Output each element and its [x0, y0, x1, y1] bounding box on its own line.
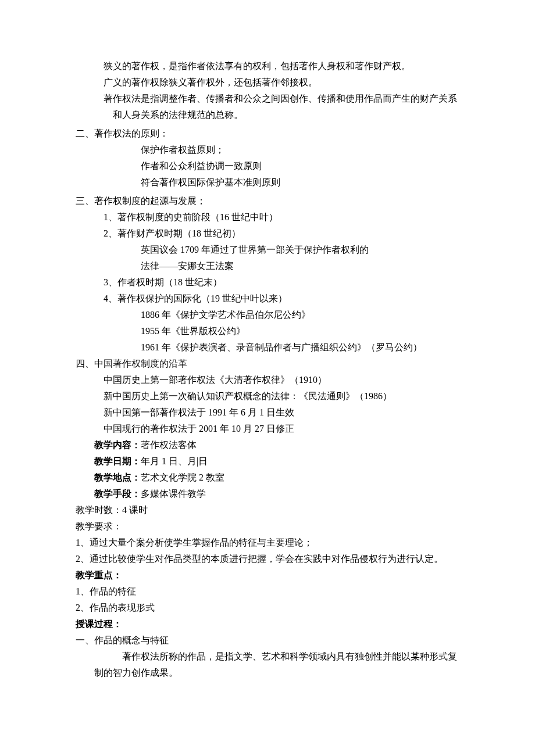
section-4-line-2: 新中国历史上第一次确认知识产权概念的法律：《民法通则》（1986）	[76, 388, 465, 404]
section-3-item-4: 4、著作权保护的国际化（19 世纪中叶以来）	[76, 291, 465, 307]
section-3-item-4-sub3-text: 1961 年《保护表演者、录音制品作者与广播组织公约》（罗马公约）	[141, 342, 422, 352]
section-2-item-3: 符合著作权国际保护基本准则原则	[76, 174, 465, 191]
teach-focus-title: 教学重点：	[76, 567, 465, 583]
section-4-line-1: 中国历史上第一部著作权法《大清著作权律》（1910）	[76, 372, 465, 388]
teach-method-value: 多媒体课件教学	[141, 489, 206, 499]
section-3-item-4-sub2: 1955 年《世界版权公约》	[76, 323, 465, 339]
section-2-item-2: 作者和公众利益协调一致原则	[76, 158, 465, 174]
section-3-item-2-sub1: 英国议会 1709 年通过了世界第一部关于保护作者权利的	[76, 242, 465, 258]
intro-line-2: 广义的著作权除狭义著作权外，还包括著作邻接权。	[76, 74, 465, 91]
section-4-line-4: 中国现行的著作权法于 2001 年 10 月 27 日修正	[76, 421, 465, 437]
intro-line-3-text: 著作权法是指调整作者、传播者和公众之间因创作、传播和使用作品而产生的财产关系和人…	[104, 94, 457, 120]
section-4-line-3: 新中国第一部著作权法于 1991 年 6 月 1 日生效	[76, 404, 465, 421]
section-4-title: 四、中国著作权制度的沿革	[76, 356, 465, 372]
section-3-title: 三、著作权制度的起源与发展；	[76, 193, 465, 209]
teach-content-label: 教学内容：	[94, 440, 141, 450]
section-3-item-2: 2、著作财产权时期（18 世纪初）	[76, 225, 465, 242]
teach-focus-2: 2、作品的表现形式	[76, 600, 465, 616]
section-1b-body: 著作权法所称的作品，是指文学、艺术和科学领域内具有独创性并能以某种形式复制的智力…	[76, 648, 465, 681]
teach-date-value: 年月 1 日、月|日	[141, 456, 208, 466]
teach-content-value: 著作权法客体	[141, 440, 197, 450]
section-3-item-2-sub2: 法律——安娜女王法案	[76, 258, 465, 274]
teach-req-2: 2、通过比较使学生对作品类型的本质进行把握，学会在实践中对作品侵权行为进行认定。	[76, 551, 465, 567]
section-3-item-1: 1、著作权制度的史前阶段（16 世纪中叶）	[76, 209, 465, 225]
teach-process-title: 授课过程：	[76, 616, 465, 632]
teach-content-row: 教学内容：著作权法客体	[76, 437, 465, 453]
section-2-title: 二、著作权法的原则：	[76, 126, 465, 142]
intro-line-3: 著作权法是指调整作者、传播者和公众之间因创作、传播和使用作品而产生的财产关系和人…	[85, 91, 465, 123]
teach-focus-1: 1、作品的特征	[76, 583, 465, 600]
teach-place-row: 教学地点：艺术文化学院 2 教室	[76, 470, 465, 486]
teach-hours: 教学时数：4 课时	[76, 502, 465, 518]
teach-req-title: 教学要求：	[76, 518, 465, 535]
intro-line-1: 狭义的著作权，是指作者依法享有的权利，包括著作人身权和著作财产权。	[76, 58, 465, 74]
document-page: 狭义的著作权，是指作者依法享有的权利，包括著作人身权和著作财产权。 广义的著作权…	[0, 0, 535, 756]
section-1b-title: 一、作品的概念与特征	[76, 632, 465, 648]
section-3-item-4-sub3: 1961 年《保护表演者、录音制品作者与广播组织公约》（罗马公约）	[76, 339, 465, 356]
teach-method-label: 教学手段：	[94, 489, 141, 499]
teach-date-label: 教学日期：	[94, 456, 141, 466]
teach-place-label: 教学地点：	[94, 472, 141, 482]
section-2-item-1: 保护作者权益原则；	[76, 142, 465, 158]
teach-method-row: 教学手段：多媒体课件教学	[76, 486, 465, 502]
teach-date-row: 教学日期：年月 1 日、月|日	[76, 453, 465, 470]
section-1b-body-text: 著作权法所称的作品，是指文学、艺术和科学领域内具有独创性并能以某种形式复制的智力…	[94, 651, 457, 678]
section-3-item-3: 3、作者权时期（18 世纪末）	[76, 274, 465, 291]
section-3-item-4-sub1: 1886 年《保护文学艺术作品伯尔尼公约》	[76, 307, 465, 323]
teach-req-1: 1、通过大量个案分析使学生掌握作品的特征与主要理论；	[76, 535, 465, 551]
teach-place-value: 艺术文化学院 2 教室	[141, 472, 224, 482]
